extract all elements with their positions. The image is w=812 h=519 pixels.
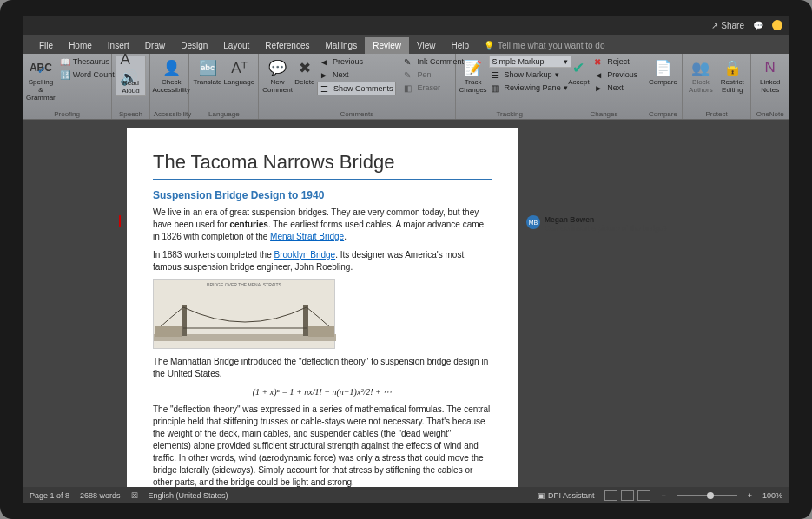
accept-icon: ✔ xyxy=(568,57,589,78)
page-title: The Tacoma Narrows Bridge xyxy=(153,149,492,180)
language-icon: Aᵀ xyxy=(228,57,249,78)
pen-button[interactable]: ✎Pen xyxy=(401,69,466,81)
group-label: Compare xyxy=(648,109,678,119)
new-comment-icon: 💬 xyxy=(267,57,288,78)
ink-icon: ✎ xyxy=(404,56,414,67)
group-label: Comments xyxy=(262,109,451,119)
group-label: OneNote xyxy=(755,109,785,119)
tab-mailings[interactable]: Mailings xyxy=(317,37,365,54)
previous-icon: ◄ xyxy=(594,69,604,80)
show-markup-icon: ☰ xyxy=(492,69,502,80)
group-label: Tracking xyxy=(459,109,560,119)
next-change-button[interactable]: ►Next xyxy=(591,82,640,94)
paragraph: The "deflection theory" was expressed in… xyxy=(153,404,492,487)
bridge-image: BRIDGE OVER THE MENAI STRAITS xyxy=(153,279,335,349)
tab-review[interactable]: Review xyxy=(365,37,409,54)
tab-file[interactable]: File xyxy=(31,37,61,54)
svg-rect-1 xyxy=(182,305,187,336)
svg-rect-2 xyxy=(303,305,308,336)
delete-icon: ✖ xyxy=(294,57,315,78)
accept-button[interactable]: ✔Accept xyxy=(568,56,590,87)
tab-layout[interactable]: Layout xyxy=(215,37,257,54)
group-label: Changes xyxy=(568,109,640,119)
linked-notes-button[interactable]: NLinkedNotes xyxy=(755,56,785,95)
paragraph: In 1883 workers completed the Brooklyn B… xyxy=(153,249,492,273)
title-bar: ↗Share 💬 xyxy=(23,16,789,35)
share-button[interactable]: ↗Share xyxy=(711,21,744,30)
reject-button[interactable]: ✖Reject xyxy=(591,56,640,68)
tab-view[interactable]: View xyxy=(409,37,444,54)
feedback-icon[interactable]: 💬 xyxy=(753,21,763,30)
translate-icon: 🔤 xyxy=(197,57,218,78)
ribbon: ABCSpelling &Grammar 📖Thesaurus 🔢Word Co… xyxy=(23,54,789,120)
lightbulb-icon: 💡 xyxy=(484,41,494,50)
reject-icon: ✖ xyxy=(594,56,604,67)
page-count[interactable]: Page 1 of 8 xyxy=(30,491,69,500)
comment-author: Megan Bowen xyxy=(545,215,667,224)
show-markup-button[interactable]: ☰Show Markup ▾ xyxy=(489,69,571,81)
svg-rect-3 xyxy=(155,326,182,337)
compare-button[interactable]: 📄Compare xyxy=(648,56,678,87)
tab-home[interactable]: Home xyxy=(61,37,100,54)
tab-draw[interactable]: Draw xyxy=(137,37,173,54)
onenote-icon: N xyxy=(760,57,781,78)
reviewing-pane-icon: ▥ xyxy=(492,82,502,93)
zoom-out-button[interactable]: − xyxy=(661,491,665,500)
emoji-face-icon[interactable] xyxy=(772,20,782,30)
document-page[interactable]: The Tacoma Narrows Bridge Suspension Bri… xyxy=(127,128,518,487)
language-status[interactable]: English (United States) xyxy=(149,491,228,500)
link[interactable]: Brooklyn Bridge xyxy=(274,250,336,260)
link[interactable]: Menai Strait Bridge xyxy=(270,232,344,241)
proofing-icon[interactable]: ☒ xyxy=(131,491,138,500)
pen-icon: ✎ xyxy=(404,69,414,80)
zoom-in-button[interactable]: + xyxy=(748,491,752,500)
markup-dropdown[interactable]: Simple Markup▾ xyxy=(489,56,571,68)
web-layout-icon[interactable] xyxy=(637,490,650,501)
next-icon: ► xyxy=(594,82,604,93)
eraser-button[interactable]: ◧Eraser xyxy=(401,82,466,94)
translate-button[interactable]: 🔤Translate xyxy=(193,56,221,87)
comment-text: Can we insert a picture of the bridge? xyxy=(545,224,667,233)
avatar: MB xyxy=(526,215,540,229)
zoom-level[interactable]: 100% xyxy=(762,491,782,500)
previous-comment-button[interactable]: ◄Previous xyxy=(317,56,397,68)
delete-comment-button[interactable]: ✖Delete xyxy=(294,56,315,87)
dpi-assistant[interactable]: ▣ DPI Assistant xyxy=(538,491,594,500)
language-button[interactable]: AᵀLanguage xyxy=(224,56,255,87)
heading-2: Suspension Bridge Design to 1940 xyxy=(153,188,492,203)
zoom-slider[interactable] xyxy=(677,495,737,496)
next-icon: ► xyxy=(320,69,330,80)
next-comment-button[interactable]: ►Next xyxy=(317,69,397,81)
new-comment-button[interactable]: 💬NewComment xyxy=(262,56,293,95)
read-mode-icon[interactable] xyxy=(604,490,617,501)
reviewing-pane-button[interactable]: ▥Reviewing Pane ▾ xyxy=(489,82,571,94)
read-aloud-button[interactable]: A🔊ReadAloud xyxy=(116,56,146,96)
group-label: Protect xyxy=(686,109,748,119)
word-count[interactable]: 2688 words xyxy=(80,491,121,500)
paragraph: The Manhattan Bridge introduced the "def… xyxy=(153,356,492,380)
previous-change-button[interactable]: ◄Previous xyxy=(591,69,640,81)
group-label: Proofing xyxy=(26,109,108,119)
previous-icon: ◄ xyxy=(320,56,330,67)
block-authors-button[interactable]: 👥BlockAuthors xyxy=(686,56,716,95)
spelling-grammar-button[interactable]: ABCSpelling &Grammar xyxy=(26,56,56,102)
status-bar: Page 1 of 8 2688 words ☒ English (United… xyxy=(23,487,789,503)
block-authors-icon: 👥 xyxy=(690,57,711,78)
thesaurus-button[interactable]: 📖Thesaurus xyxy=(57,56,117,68)
document-area[interactable]: The Tacoma Narrows Bridge Suspension Bri… xyxy=(23,120,789,487)
compare-icon: 📄 xyxy=(652,57,673,78)
comment[interactable]: MB Megan BowenCan we insert a picture of… xyxy=(526,215,674,233)
tab-references[interactable]: References xyxy=(257,37,317,54)
tab-help[interactable]: Help xyxy=(443,37,477,54)
group-label: Speech xyxy=(116,109,146,119)
show-comments-button[interactable]: ☰Show Comments xyxy=(317,82,397,95)
restrict-editing-button[interactable]: 🔒RestrictEditing xyxy=(717,56,747,95)
print-layout-icon[interactable] xyxy=(621,490,634,501)
word-count-button[interactable]: 🔢Word Count xyxy=(57,69,117,81)
check-accessibility-button[interactable]: 👤CheckAccessibility xyxy=(154,56,189,95)
paragraph: We live in an era of great suspension br… xyxy=(153,207,492,243)
show-comments-icon: ☰ xyxy=(320,83,331,94)
tell-me-search[interactable]: 💡Tell me what you want to do xyxy=(477,37,611,54)
tab-design[interactable]: Design xyxy=(173,37,215,54)
read-aloud-icon: A🔊 xyxy=(120,58,141,79)
